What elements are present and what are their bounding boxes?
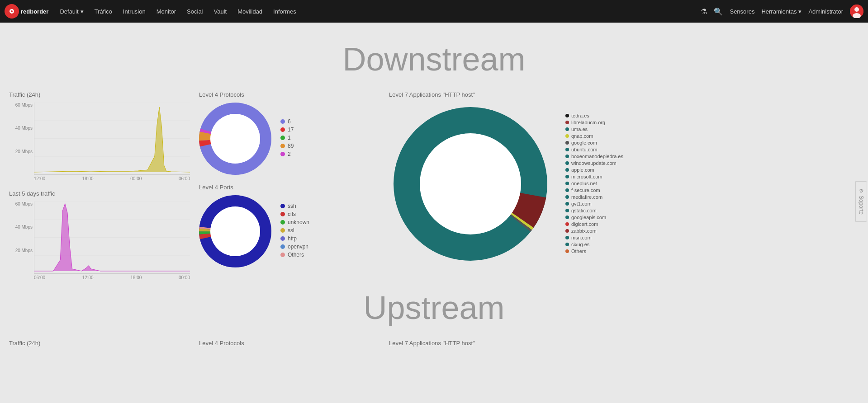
legend-http: http [280,235,309,242]
last5days-widget: Last 5 days traffic 60 Mbps 40 Mbps 20 M… [9,190,190,280]
traffic-24h-widget: Traffic (24h) 60 Mbps 40 Mbps 20 Mbps [9,91,190,181]
search-icon[interactable]: 🔍 [714,7,723,16]
main-content: Downstream Traffic (24h) 60 Mbps 40 Mbps… [0,23,868,369]
nav-herramientas[interactable]: Herramientas ▾ [761,8,802,15]
level4-column: Level 4 Protocols 6 [199,91,380,280]
legend-ssh: ssh [280,203,309,209]
filter-icon[interactable]: ⚗ [701,7,707,16]
traffic-24h-title: Traffic (24h) [9,91,190,98]
level4ports-legend: ssh cifs unknown ssl [280,203,309,260]
legend-cifs: cifs [280,211,309,217]
nav-item-informes[interactable]: Informes [269,5,301,18]
level4protocols-title: Level 4 Protocols [199,91,380,98]
nav-sensores[interactable]: Sensores [730,8,754,15]
legend-item-6: 6 [280,118,294,125]
support-icon: ⚙ [858,188,864,193]
legend-item-89: 89 [280,143,294,149]
upstream-grid: Traffic (24h) Level 4 Protocols Level 7 … [9,340,859,351]
svg-point-19 [217,121,253,157]
y-label-20: 20 Mbps [9,149,33,154]
upstream-level4-widget: Level 4 Protocols [199,340,380,351]
level4protocols-legend: 6 17 1 89 [280,118,294,159]
upstream-title: Upstream [9,289,859,326]
navbar: redborder Default ▾ Tráfico Intrusion Mo… [0,0,868,23]
level4ports-widget: Level 4 Ports [199,184,380,267]
traffic-column: Traffic (24h) 60 Mbps 40 Mbps 20 Mbps [9,91,190,280]
chevron-down-icon: ▾ [798,8,802,15]
level4protocols-donut [199,103,271,175]
level4ports-title: Level 4 Ports [199,184,380,191]
nav-administrator[interactable]: Administrator [808,8,843,15]
svg-point-4 [854,7,859,12]
svg-point-32 [430,143,511,225]
last5days-chart [34,202,190,274]
navbar-items: Default ▾ Tráfico Intrusion Monitor Soci… [55,5,701,18]
navbar-right: ⚗ 🔍 Sensores Herramientas ▾ Administrato… [701,5,863,18]
svg-point-2 [11,10,13,12]
level7apps-donut-container: tedra.es librelabucm.org uma.es qnap.com [389,103,859,265]
logo-text: redborder [21,8,48,15]
support-tab[interactable]: ⚙ Soporte [855,181,867,222]
upstream-traffic-title: Traffic (24h) [9,340,190,347]
level7apps-widget: Level 7 Applications "HTTP host" [389,91,859,280]
last5days-title: Last 5 days traffic [9,190,190,197]
admin-avatar[interactable] [850,5,863,18]
upstream-level7-title: Level 7 Applications "HTTP host" [389,340,859,347]
upstream-traffic-widget: Traffic (24h) [9,340,190,351]
nav-item-social[interactable]: Social [182,5,207,18]
nav-item-intrusion[interactable]: Intrusion [119,5,150,18]
level7apps-donut [389,103,552,265]
legend-item-2: 2 [280,151,294,157]
downstream-grid: Traffic (24h) 60 Mbps 40 Mbps 20 Mbps [9,91,859,280]
legend-item-1: 1 [280,135,294,141]
level4ports-donut [199,195,271,267]
traffic-24h-chart [34,103,190,175]
nav-item-trafico[interactable]: Tráfico [90,5,117,18]
support-label: Soporte [858,196,864,215]
legend-others-ports: Others [280,252,309,258]
legend-unknown: unknown [280,219,309,225]
nav-item-default[interactable]: Default ▾ [55,5,88,18]
svg-point-26 [217,213,253,249]
level7apps-legend: tedra.es librelabucm.org uma.es qnap.com [565,113,623,255]
nav-item-movilidad[interactable]: Movilidad [233,5,267,18]
legend-item-17: 17 [280,127,294,133]
traffic-24h-x-labels: 12:00 18:00 00:00 06:00 [34,176,190,181]
y-label-60: 60 Mbps [9,103,33,108]
downstream-title: Downstream [9,41,859,78]
nav-item-vault[interactable]: Vault [209,5,232,18]
upstream-level7-widget: Level 7 Applications "HTTP host" [389,340,859,351]
level4protocols-widget: Level 4 Protocols 6 [199,91,380,175]
level4ports-donut-container: ssh cifs unknown ssl [199,195,380,267]
level7apps-title: Level 7 Applications "HTTP host" [389,91,859,98]
logo-icon [5,4,19,19]
level4protocols-donut-container: 6 17 1 89 [199,103,380,175]
legend-openvpn: openvpn [280,244,309,250]
chevron-down-icon: ▾ [81,8,84,15]
legend-ssl: ssl [280,227,309,234]
upstream-level4-title: Level 4 Protocols [199,340,380,347]
last5days-x-labels: 06:00 12:00 18:00 00:00 [34,275,190,280]
nav-item-monitor[interactable]: Monitor [152,5,180,18]
y-label-40: 40 Mbps [9,126,33,131]
logo[interactable]: redborder [5,4,48,19]
